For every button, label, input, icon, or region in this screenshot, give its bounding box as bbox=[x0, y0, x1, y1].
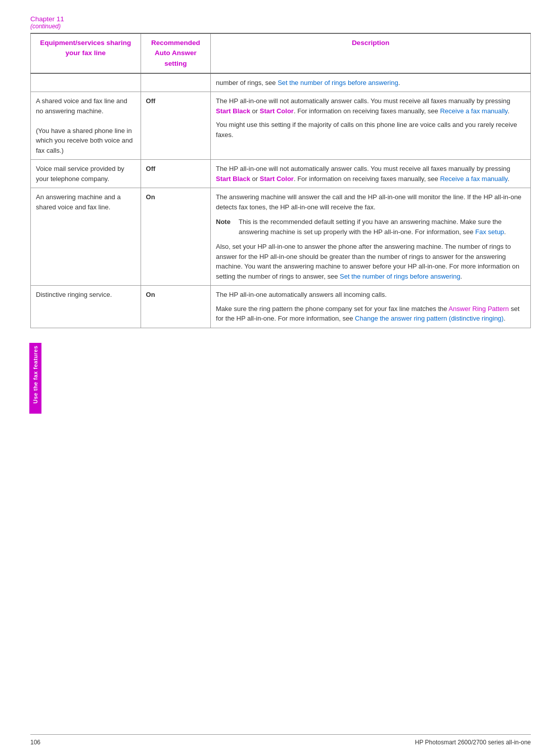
cell-description-3: The answering machine will answer the ca… bbox=[211, 188, 531, 286]
cell-description-1: The HP all-in-one will not automatically… bbox=[211, 92, 531, 160]
setting-on-3: On bbox=[146, 193, 155, 201]
cell-description-0: number of rings, see Set the number of r… bbox=[211, 73, 531, 92]
header-auto-answer: Recommended Auto Answer setting bbox=[141, 33, 210, 73]
cell-auto-answer-1: Off bbox=[141, 92, 210, 160]
note-content-3: This is the recommended default setting … bbox=[239, 217, 525, 237]
table-row: A shared voice and fax line and no answe… bbox=[31, 92, 531, 160]
cell-description-4: The HP all-in-one automatically answers … bbox=[211, 286, 531, 328]
note-block-3: Note This is the recommended default set… bbox=[216, 217, 525, 237]
answer-ring-pattern: Answer Ring Pattern bbox=[448, 305, 509, 313]
table-row: Voice mail service provided by your tele… bbox=[31, 160, 531, 188]
cell-auto-answer-4: On bbox=[141, 286, 210, 328]
link-set-rings-3[interactable]: Set the number of rings before answering bbox=[340, 273, 460, 280]
link-receive-fax-1[interactable]: Receive a fax manually bbox=[440, 107, 507, 115]
chapter-header: Chapter 11 (continued) bbox=[30, 15, 531, 30]
link-fax-setup-3[interactable]: Fax setup bbox=[475, 228, 504, 236]
start-black-1: Start Black bbox=[216, 107, 250, 115]
page-container: Use the fax features Chapter 11 (continu… bbox=[0, 0, 546, 756]
cell-equipment-0 bbox=[31, 73, 141, 92]
start-black-2: Start Black bbox=[216, 175, 250, 183]
cell-equipment-2: Voice mail service provided by your tele… bbox=[31, 160, 141, 188]
link-change-ring-4[interactable]: Change the answer ring pattern (distinct… bbox=[355, 315, 504, 322]
cell-auto-answer-0 bbox=[141, 73, 210, 92]
footer: 106 HP Photosmart 2600/2700 series all-i… bbox=[30, 734, 531, 746]
table-header-row: Equipment/services sharing your fax line… bbox=[31, 33, 531, 73]
setting-off-1: Off bbox=[146, 97, 156, 105]
table-row: An answering machine and a shared voice … bbox=[31, 188, 531, 286]
main-table: Equipment/services sharing your fax line… bbox=[30, 33, 531, 328]
chapter-continued: (continued) bbox=[30, 23, 531, 30]
start-color-1: Start Color bbox=[260, 107, 294, 115]
table-row: Distinctive ringing service. On The HP a… bbox=[31, 286, 531, 328]
note-label-3: Note bbox=[216, 217, 239, 237]
side-tab: Use the fax features bbox=[29, 343, 41, 414]
cell-equipment-4: Distinctive ringing service. bbox=[31, 286, 141, 328]
table-row: number of rings, see Set the number of r… bbox=[31, 73, 531, 92]
cell-auto-answer-3: On bbox=[141, 188, 210, 286]
start-color-2: Start Color bbox=[260, 175, 294, 183]
chapter-title: Chapter 11 bbox=[30, 15, 531, 23]
setting-on-4: On bbox=[146, 291, 155, 298]
cell-equipment-1: A shared voice and fax line and no answe… bbox=[31, 92, 141, 160]
main-content: Chapter 11 (continued) Equipment/service… bbox=[30, 0, 531, 359]
header-description: Description bbox=[211, 33, 531, 73]
cell-description-2: The HP all-in-one will not automatically… bbox=[211, 160, 531, 188]
setting-off-2: Off bbox=[146, 165, 156, 172]
footer-page-number: 106 bbox=[30, 739, 40, 746]
header-equipment: Equipment/services sharing your fax line bbox=[31, 33, 141, 73]
link-receive-fax-2[interactable]: Receive a fax manually bbox=[440, 175, 507, 183]
cell-equipment-3: An answering machine and a shared voice … bbox=[31, 188, 141, 286]
footer-product-name: HP Photosmart 2600/2700 series all-in-on… bbox=[415, 739, 531, 746]
link-set-rings-0[interactable]: Set the number of rings before answering bbox=[278, 79, 398, 86]
cell-auto-answer-2: Off bbox=[141, 160, 210, 188]
